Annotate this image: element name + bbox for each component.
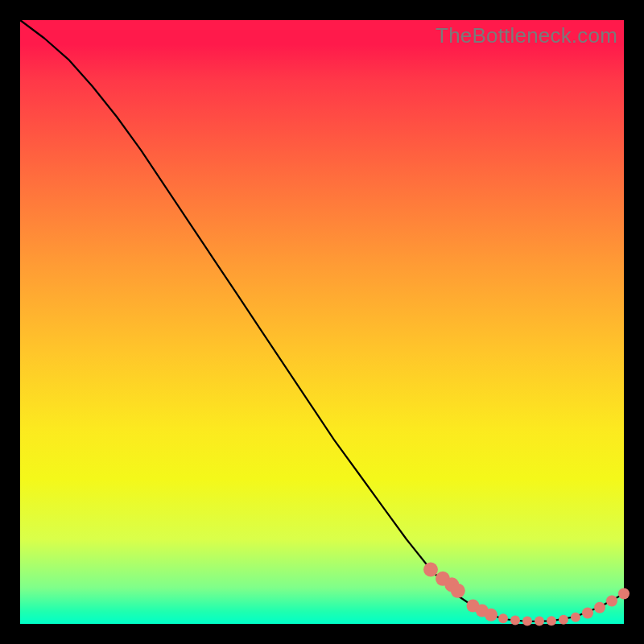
bottleneck-curve-path	[20, 20, 624, 621]
marker-dot	[510, 616, 520, 625]
chart-plot-area: TheBottleneck.com	[20, 20, 624, 624]
marker-dot	[535, 617, 544, 626]
marker-dot	[485, 609, 497, 621]
marker-dot	[571, 613, 580, 622]
marker-dot	[582, 608, 593, 619]
marker-dot	[423, 563, 438, 577]
marker-dot	[559, 615, 568, 625]
marker-dot	[451, 584, 465, 598]
marker-dot	[594, 602, 605, 613]
marker-dot	[606, 596, 617, 607]
marker-dot	[618, 588, 630, 600]
marker-dot	[522, 617, 532, 626]
chart-svg	[20, 20, 624, 624]
marker-dot	[498, 613, 508, 623]
marker-dot	[547, 616, 556, 625]
marker-group	[423, 563, 630, 626]
